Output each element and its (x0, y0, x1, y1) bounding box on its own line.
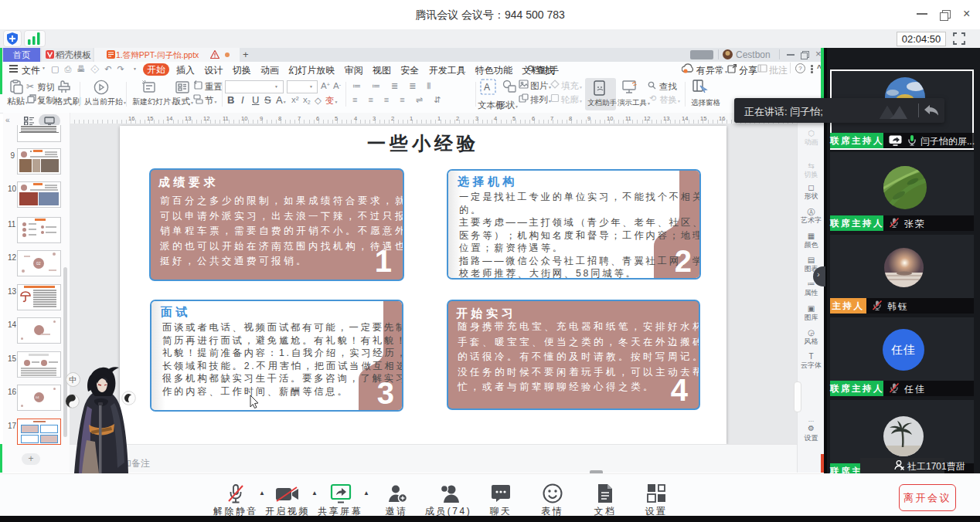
svg-text:A: A (484, 82, 490, 93)
